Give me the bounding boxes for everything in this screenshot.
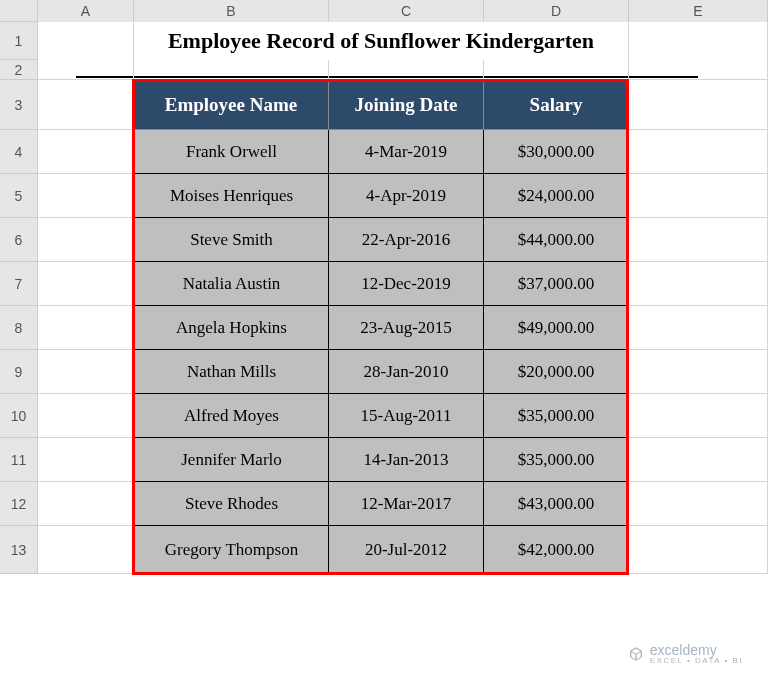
col-header-A[interactable]: A [38, 0, 134, 22]
cell-A6[interactable] [38, 218, 134, 262]
cell-grid[interactable]: Employee Record of Sunflower Kindergarte… [38, 22, 768, 574]
cell-name[interactable]: Steve Rhodes [134, 482, 329, 526]
cell-name[interactable]: Steve Smith [134, 218, 329, 262]
cell-A13[interactable] [38, 526, 134, 574]
cell-E3[interactable] [629, 80, 768, 130]
table-row: Moises Henriques4-Apr-2019$24,000.00 [38, 174, 768, 218]
cell-salary[interactable]: $43,000.00 [484, 482, 629, 526]
cell-A12[interactable] [38, 482, 134, 526]
cell-A10[interactable] [38, 394, 134, 438]
row-header-6[interactable]: 6 [0, 218, 38, 262]
cell-E5[interactable] [629, 174, 768, 218]
cell-date[interactable]: 4-Mar-2019 [329, 130, 484, 174]
table-row: Frank Orwell4-Mar-2019$30,000.00 [38, 130, 768, 174]
table-header-name[interactable]: Employee Name [134, 80, 329, 130]
cell-date[interactable]: 23-Aug-2015 [329, 306, 484, 350]
cell-date[interactable]: 12-Mar-2017 [329, 482, 484, 526]
table-header-salary[interactable]: Salary [484, 80, 629, 130]
cell-A2[interactable] [38, 60, 134, 80]
watermark-tagline: EXCEL • DATA • BI [650, 656, 743, 665]
row-header-7[interactable]: 7 [0, 262, 38, 306]
table-row: Steve Rhodes12-Mar-2017$43,000.00 [38, 482, 768, 526]
table-row: Steve Smith22-Apr-2016$44,000.00 [38, 218, 768, 262]
cell-name[interactable]: Nathan Mills [134, 350, 329, 394]
cell-salary[interactable]: $49,000.00 [484, 306, 629, 350]
cell-salary[interactable]: $24,000.00 [484, 174, 629, 218]
cell-E11[interactable] [629, 438, 768, 482]
cell-D2[interactable] [484, 60, 629, 80]
cell-salary[interactable]: $44,000.00 [484, 218, 629, 262]
cell-date[interactable]: 15-Aug-2011 [329, 394, 484, 438]
cell-E13[interactable] [629, 526, 768, 574]
cell-E9[interactable] [629, 350, 768, 394]
cell-E6[interactable] [629, 218, 768, 262]
cell-B2[interactable] [134, 60, 329, 80]
column-headers-row: ABCDE [0, 0, 768, 22]
row-header-8[interactable]: 8 [0, 306, 38, 350]
cell-date[interactable]: 4-Apr-2019 [329, 174, 484, 218]
row-headers: 12345678910111213 [0, 22, 38, 574]
cell-A5[interactable] [38, 174, 134, 218]
cell-A3[interactable] [38, 80, 134, 130]
cell-E10[interactable] [629, 394, 768, 438]
table-row: Angela Hopkins23-Aug-2015$49,000.00 [38, 306, 768, 350]
cell-salary[interactable]: $35,000.00 [484, 394, 629, 438]
cell-name[interactable]: Alfred Moyes [134, 394, 329, 438]
row-header-5[interactable]: 5 [0, 174, 38, 218]
row-header-2[interactable]: 2 [0, 60, 38, 80]
watermark: exceldemy EXCEL • DATA • BI [628, 642, 743, 665]
cell-A11[interactable] [38, 438, 134, 482]
cell-E1[interactable] [629, 22, 768, 60]
row-header-13[interactable]: 13 [0, 526, 38, 574]
table-header-date[interactable]: Joining Date [329, 80, 484, 130]
cell-E4[interactable] [629, 130, 768, 174]
cell-E12[interactable] [629, 482, 768, 526]
cell-A9[interactable] [38, 350, 134, 394]
title-text: Employee Record of Sunflower Kindergarte… [168, 28, 594, 54]
table-row: Nathan Mills28-Jan-2010$20,000.00 [38, 350, 768, 394]
col-header-E[interactable]: E [629, 0, 768, 22]
cell-name[interactable]: Angela Hopkins [134, 306, 329, 350]
select-all-corner[interactable] [0, 0, 38, 22]
cell-name[interactable]: Natalia Austin [134, 262, 329, 306]
cell-date[interactable]: 20-Jul-2012 [329, 526, 484, 574]
cell-salary[interactable]: $42,000.00 [484, 526, 629, 574]
cell-salary[interactable]: $20,000.00 [484, 350, 629, 394]
row-header-11[interactable]: 11 [0, 438, 38, 482]
cube-icon [628, 646, 644, 662]
table-row: Natalia Austin12-Dec-2019$37,000.00 [38, 262, 768, 306]
cell-E2[interactable] [629, 60, 768, 80]
cell-name[interactable]: Moises Henriques [134, 174, 329, 218]
row-header-4[interactable]: 4 [0, 130, 38, 174]
col-header-B[interactable]: B [134, 0, 329, 22]
cell-date[interactable]: 14-Jan-2013 [329, 438, 484, 482]
page-title[interactable]: Employee Record of Sunflower Kindergarte… [134, 22, 629, 60]
row-header-3[interactable]: 3 [0, 80, 38, 130]
cell-date[interactable]: 28-Jan-2010 [329, 350, 484, 394]
row-header-1[interactable]: 1 [0, 22, 38, 60]
cell-name[interactable]: Gregory Thompson [134, 526, 329, 574]
cell-salary[interactable]: $37,000.00 [484, 262, 629, 306]
cell-name[interactable]: Frank Orwell [134, 130, 329, 174]
row-header-9[interactable]: 9 [0, 350, 38, 394]
watermark-text: exceldemy EXCEL • DATA • BI [650, 642, 743, 665]
cell-E7[interactable] [629, 262, 768, 306]
cell-date[interactable]: 12-Dec-2019 [329, 262, 484, 306]
cell-salary[interactable]: $35,000.00 [484, 438, 629, 482]
cell-name[interactable]: Jennifer Marlo [134, 438, 329, 482]
table-row: Gregory Thompson20-Jul-2012$42,000.00 [38, 526, 768, 574]
cell-date[interactable]: 22-Apr-2016 [329, 218, 484, 262]
cell-A4[interactable] [38, 130, 134, 174]
cell-A7[interactable] [38, 262, 134, 306]
col-header-D[interactable]: D [484, 0, 629, 22]
col-header-C[interactable]: C [329, 0, 484, 22]
cell-A1[interactable] [38, 22, 134, 60]
cell-C2[interactable] [329, 60, 484, 80]
row-header-12[interactable]: 12 [0, 482, 38, 526]
cell-E8[interactable] [629, 306, 768, 350]
table-row: Jennifer Marlo14-Jan-2013$35,000.00 [38, 438, 768, 482]
row-header-10[interactable]: 10 [0, 394, 38, 438]
cell-A8[interactable] [38, 306, 134, 350]
table-row: Alfred Moyes15-Aug-2011$35,000.00 [38, 394, 768, 438]
cell-salary[interactable]: $30,000.00 [484, 130, 629, 174]
